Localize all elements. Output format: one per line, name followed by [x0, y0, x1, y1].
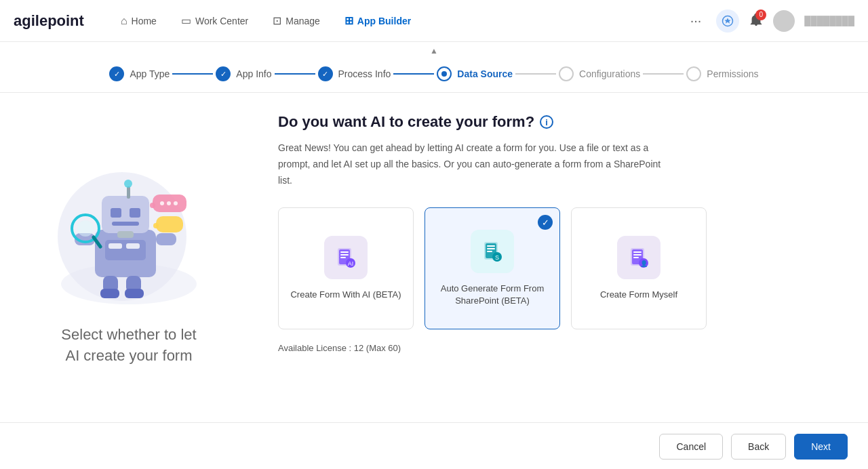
nav-home[interactable]: ⌂ Home — [111, 9, 166, 33]
spark-button[interactable] — [716, 9, 739, 33]
step-circle-data-source — [437, 66, 452, 81]
manage-icon: ⊡ — [273, 14, 281, 27]
stepper-collapse: ▲ — [0, 42, 868, 57]
nav-workcenter-label: Work Center — [195, 16, 248, 26]
step-permissions[interactable]: Permissions — [686, 66, 758, 81]
step-data-source[interactable]: Data Source — [437, 66, 513, 81]
ai-form-icon: AI — [334, 245, 358, 270]
card-label-myself: Create Form Myself — [600, 289, 677, 301]
svg-rect-27 — [105, 240, 146, 260]
connector-5 — [643, 73, 684, 75]
cards-row: AI Create Form With AI (BETA) ✓ — [278, 207, 834, 329]
stepper: ✓ App Type ✓ App Info ✓ Process Info Dat… — [0, 57, 868, 92]
svg-rect-32 — [340, 251, 349, 253]
card-label-ai: Create Form With AI (BETA) — [290, 289, 401, 301]
svg-point-20 — [153, 223, 159, 228]
step-circle-app-type: ✓ — [109, 66, 124, 81]
step-circle-permissions — [686, 66, 701, 81]
robot-illustration — [47, 148, 210, 311]
step-app-info[interactable]: ✓ App Info — [216, 66, 271, 81]
card-selected-check: ✓ — [538, 215, 553, 230]
card-icon-sharepoint: S — [471, 230, 514, 273]
nav-workcenter[interactable]: ▭ Work Center — [172, 9, 258, 33]
nav-manage[interactable]: ⊡ Manage — [263, 9, 330, 33]
step-label-permissions: Permissions — [707, 68, 758, 79]
svg-text:S: S — [495, 254, 499, 261]
svg-rect-40 — [487, 248, 495, 249]
info-icon[interactable]: i — [540, 115, 553, 129]
svg-rect-28 — [108, 243, 122, 249]
svg-text:AI: AI — [348, 260, 354, 267]
connector-3 — [393, 73, 434, 75]
svg-point-22 — [167, 201, 171, 205]
svg-rect-6 — [130, 208, 140, 218]
svg-rect-4 — [102, 196, 149, 233]
connector-4 — [515, 73, 556, 75]
step-app-type[interactable]: ✓ App Type — [109, 66, 170, 81]
logo[interactable]: agilepoint — [14, 12, 84, 30]
svg-point-23 — [174, 201, 178, 205]
left-panel: Select whether to let AI create your for… — [0, 93, 258, 422]
collapse-button[interactable]: ▲ — [425, 45, 443, 57]
nav-manage-label: Manage — [285, 16, 320, 26]
svg-rect-7 — [112, 222, 139, 226]
step-label-app-info: App Info — [236, 68, 271, 79]
notification-bell[interactable]: 0 — [749, 12, 764, 30]
svg-rect-46 — [633, 251, 642, 253]
back-button[interactable]: Back — [731, 434, 786, 460]
left-label-line1: Select whether to let — [61, 326, 196, 343]
card-create-myself[interactable]: 👤 Create Form Myself — [571, 207, 707, 329]
step-process-info[interactable]: ✓ Process Info — [318, 66, 391, 81]
svg-rect-33 — [340, 254, 349, 256]
stepper-wrapper: ▲ ✓ App Type ✓ App Info ✓ Process Info D… — [0, 42, 868, 93]
svg-rect-47 — [633, 254, 642, 256]
notification-badge: 0 — [755, 9, 766, 20]
step-label-configurations: Configurations — [579, 68, 640, 79]
footer: Cancel Back Next — [0, 422, 868, 469]
nav-more-button[interactable]: ··· — [685, 10, 707, 31]
card-icon-ai: AI — [324, 236, 368, 279]
right-content: Do you want AI to create your form? i Gr… — [258, 93, 868, 422]
card-auto-generate-sharepoint[interactable]: ✓ S Auto Generate Form From SharePoint (… — [425, 207, 560, 329]
user-avatar[interactable] — [773, 10, 795, 32]
sharepoint-form-icon: S — [480, 239, 505, 264]
nav-appbuilder-label: App Builder — [357, 16, 411, 26]
next-button[interactable]: Next — [794, 434, 848, 460]
create-myself-icon: 👤 — [627, 245, 651, 270]
step-circle-app-info: ✓ — [216, 66, 231, 81]
nav-appbuilder[interactable]: ⊞ App Builder — [335, 9, 420, 33]
question-title-text: Do you want AI to create your form? — [278, 113, 534, 131]
left-panel-label: Select whether to let AI create your for… — [61, 325, 196, 367]
nav-right: ··· 0 ████████ — [685, 9, 854, 33]
svg-point-16 — [124, 180, 132, 188]
spark-icon — [722, 15, 734, 27]
navbar: agilepoint ⌂ Home ▭ Work Center ⊡ Manage… — [0, 0, 868, 42]
nav-links: ⌂ Home ▭ Work Center ⊡ Manage ⊞ App Buil… — [111, 9, 685, 33]
connector-2 — [275, 73, 315, 75]
svg-rect-10 — [156, 233, 176, 245]
license-text: Available License : 12 (Max 60) — [278, 343, 834, 353]
step-label-data-source: Data Source — [457, 68, 513, 79]
svg-rect-41 — [487, 251, 492, 252]
svg-rect-8 — [117, 231, 134, 238]
step-circle-process-info: ✓ — [318, 66, 333, 81]
step-label-app-type: App Type — [130, 68, 170, 79]
step-configurations[interactable]: Configurations — [559, 66, 640, 81]
svg-point-21 — [160, 201, 164, 205]
main-content: Select whether to let AI create your for… — [0, 93, 868, 422]
svg-text:👤: 👤 — [640, 260, 648, 268]
svg-rect-5 — [111, 208, 121, 218]
card-label-sharepoint: Auto Generate Form From SharePoint (BETA… — [436, 283, 549, 307]
card-create-with-ai[interactable]: AI Create Form With AI (BETA) — [278, 207, 414, 329]
svg-rect-14 — [125, 289, 144, 298]
left-label-line2: AI create your form — [65, 347, 192, 364]
cancel-button[interactable]: Cancel — [659, 434, 723, 460]
nav-home-label: Home — [132, 16, 157, 26]
svg-rect-48 — [633, 257, 639, 258]
question-title: Do you want AI to create your form? i — [278, 113, 834, 131]
svg-rect-13 — [100, 289, 119, 298]
username-display: ████████ — [804, 16, 854, 26]
svg-rect-34 — [340, 257, 346, 258]
step-label-process-info: Process Info — [338, 68, 391, 79]
monitor-icon: ▭ — [181, 14, 191, 27]
